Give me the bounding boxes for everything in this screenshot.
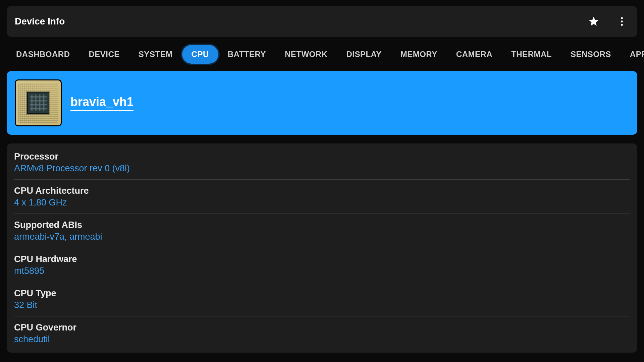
tab-thermal[interactable]: THERMAL bbox=[502, 45, 561, 64]
tab-system[interactable]: SYSTEM bbox=[129, 45, 182, 64]
svg-point-0 bbox=[621, 17, 623, 19]
info-value: armeabi-v7a, armeabi bbox=[14, 232, 630, 242]
app-bar: Device Info bbox=[7, 6, 637, 37]
tab-dashboard[interactable]: DASHBOARD bbox=[7, 45, 79, 64]
svg-point-1 bbox=[621, 20, 623, 22]
svg-point-2 bbox=[621, 24, 623, 26]
info-value: mt5895 bbox=[14, 266, 630, 276]
more-options-button[interactable] bbox=[614, 14, 629, 29]
info-value: ARMv8 Processor rev 0 (v8l) bbox=[14, 163, 630, 174]
info-value: schedutil bbox=[14, 334, 630, 345]
tab-cpu[interactable]: CPU bbox=[182, 45, 218, 64]
tab-network[interactable]: NETWORK bbox=[275, 45, 337, 64]
tab-camera[interactable]: CAMERA bbox=[447, 45, 502, 64]
info-label: CPU Governor bbox=[14, 322, 630, 333]
tab-memory[interactable]: MEMORY bbox=[391, 45, 447, 64]
cpu-banner[interactable]: bravia_vh1 bbox=[7, 71, 637, 135]
info-value: 32 Bit bbox=[14, 300, 630, 310]
tab-sensors[interactable]: SENSORS bbox=[561, 45, 621, 64]
cpu-chip-icon bbox=[15, 79, 62, 126]
tab-apps[interactable]: APPS bbox=[621, 45, 644, 64]
star-icon bbox=[588, 16, 599, 27]
app-title: Device Info bbox=[15, 16, 586, 27]
more-vert-icon bbox=[616, 16, 628, 27]
info-label: CPU Type bbox=[14, 288, 630, 299]
info-label: Processor bbox=[14, 152, 630, 162]
info-row[interactable]: ProcessorARMv8 Processor rev 0 (v8l) bbox=[7, 145, 637, 180]
favorite-button[interactable] bbox=[586, 14, 601, 29]
info-label: Supported ABIs bbox=[14, 220, 630, 230]
info-row[interactable]: CPU Governorschedutil bbox=[7, 316, 637, 351]
tab-device[interactable]: DEVICE bbox=[79, 45, 129, 64]
cpu-name: bravia_vh1 bbox=[70, 95, 133, 111]
info-row[interactable]: CPU Hardwaremt5895 bbox=[7, 248, 637, 282]
info-row[interactable]: CPU Type32 Bit bbox=[7, 282, 637, 316]
tab-display[interactable]: DISPLAY bbox=[337, 45, 391, 64]
info-label: CPU Hardware bbox=[14, 254, 630, 264]
tab-bar[interactable]: DASHBOARDDEVICESYSTEMCPUBATTERYNETWORKDI… bbox=[0, 37, 644, 69]
info-row[interactable]: Supported ABIsarmeabi-v7a, armeabi bbox=[7, 214, 637, 248]
info-value: 4 x 1,80 GHz bbox=[14, 197, 630, 208]
info-label: CPU Architecture bbox=[14, 186, 630, 196]
info-row[interactable]: CPU Architecture4 x 1,80 GHz bbox=[7, 180, 637, 214]
cpu-info-card: ProcessorARMv8 Processor rev 0 (v8l)CPU … bbox=[7, 143, 637, 353]
app-bar-actions bbox=[586, 14, 629, 29]
tab-battery[interactable]: BATTERY bbox=[218, 45, 275, 64]
